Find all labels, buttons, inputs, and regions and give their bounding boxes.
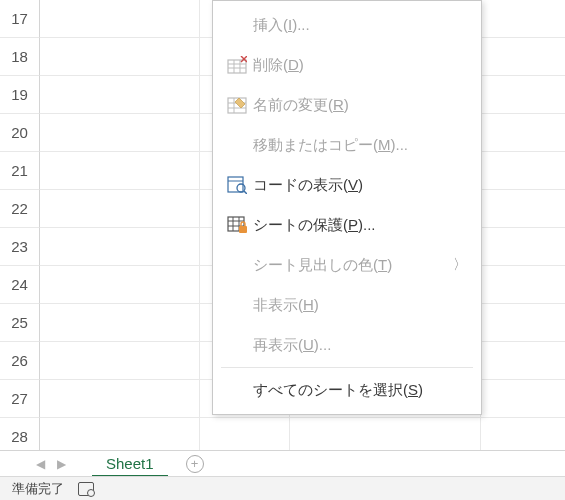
menu-unhide[interactable]: 再表示(U)... bbox=[213, 325, 481, 365]
prev-sheet-arrow[interactable]: ◀ bbox=[36, 457, 45, 471]
row-header[interactable]: 25 bbox=[0, 304, 40, 342]
menu-tab-color[interactable]: シート見出しの色(T) 〉 bbox=[213, 245, 481, 285]
cell[interactable] bbox=[40, 342, 200, 380]
sheet-tab-active[interactable]: Sheet1 bbox=[92, 452, 168, 477]
svg-line-14 bbox=[244, 191, 247, 194]
svg-rect-20 bbox=[239, 226, 247, 233]
cell[interactable] bbox=[481, 266, 565, 304]
status-bar: 準備完了 bbox=[0, 476, 565, 500]
row-header[interactable]: 24 bbox=[0, 266, 40, 304]
sheet-context-menu: 挿入(I)... 削除(D) 名前の変更(R) 移動またはコピー(M)... コ… bbox=[212, 0, 482, 415]
next-sheet-arrow[interactable]: ▶ bbox=[57, 457, 66, 471]
svg-rect-0 bbox=[228, 60, 246, 73]
protect-icon bbox=[221, 216, 253, 234]
menu-label: すべてのシートを選択(S) bbox=[253, 381, 467, 400]
menu-label: 削除(D) bbox=[253, 56, 467, 75]
menu-label: シート見出しの色(T) bbox=[253, 256, 453, 275]
cell[interactable] bbox=[481, 342, 565, 380]
menu-delete[interactable]: 削除(D) bbox=[213, 45, 481, 85]
menu-view-code[interactable]: コードの表示(V) bbox=[213, 165, 481, 205]
menu-move-copy[interactable]: 移動またはコピー(M)... bbox=[213, 125, 481, 165]
cell[interactable] bbox=[40, 304, 200, 342]
row-header[interactable]: 27 bbox=[0, 380, 40, 418]
cell[interactable] bbox=[481, 114, 565, 152]
svg-point-13 bbox=[237, 184, 245, 192]
macro-record-icon[interactable] bbox=[78, 482, 94, 496]
menu-label: 名前の変更(R) bbox=[253, 96, 467, 115]
cell[interactable] bbox=[481, 304, 565, 342]
menu-hide[interactable]: 非表示(H) bbox=[213, 285, 481, 325]
cell[interactable] bbox=[481, 228, 565, 266]
cell[interactable] bbox=[481, 0, 565, 38]
delete-icon bbox=[221, 56, 253, 74]
row-header[interactable]: 21 bbox=[0, 152, 40, 190]
row-header[interactable]: 23 bbox=[0, 228, 40, 266]
cell[interactable] bbox=[40, 114, 200, 152]
menu-label: 移動またはコピー(M)... bbox=[253, 136, 467, 155]
cell[interactable] bbox=[40, 380, 200, 418]
cell[interactable] bbox=[40, 76, 200, 114]
view-code-icon bbox=[221, 176, 253, 194]
chevron-right-icon: 〉 bbox=[453, 256, 467, 274]
cell[interactable] bbox=[481, 152, 565, 190]
menu-label: 再表示(U)... bbox=[253, 336, 467, 355]
row-header[interactable]: 17 bbox=[0, 0, 40, 38]
row-header[interactable]: 19 bbox=[0, 76, 40, 114]
menu-label: 非表示(H) bbox=[253, 296, 467, 315]
row-header[interactable]: 20 bbox=[0, 114, 40, 152]
cell[interactable] bbox=[40, 228, 200, 266]
menu-separator bbox=[221, 367, 473, 368]
menu-label: 挿入(I)... bbox=[253, 16, 467, 35]
cell[interactable] bbox=[481, 380, 565, 418]
add-sheet-button[interactable]: + bbox=[186, 455, 204, 473]
cell[interactable] bbox=[40, 0, 200, 38]
cell[interactable] bbox=[40, 190, 200, 228]
menu-insert[interactable]: 挿入(I)... bbox=[213, 5, 481, 45]
menu-select-all-sheets[interactable]: すべてのシートを選択(S) bbox=[213, 370, 481, 410]
row-header[interactable]: 22 bbox=[0, 190, 40, 228]
cell[interactable] bbox=[40, 266, 200, 304]
sheet-tab-bar: ◀ ▶ Sheet1 + bbox=[0, 450, 565, 476]
cell[interactable] bbox=[481, 76, 565, 114]
menu-protect-sheet[interactable]: シートの保護(P)... bbox=[213, 205, 481, 245]
menu-label: コードの表示(V) bbox=[253, 176, 467, 195]
rename-icon bbox=[221, 96, 253, 114]
cell[interactable] bbox=[40, 152, 200, 190]
row-header[interactable]: 18 bbox=[0, 38, 40, 76]
menu-label: シートの保護(P)... bbox=[253, 216, 467, 235]
cell[interactable] bbox=[40, 38, 200, 76]
cell[interactable] bbox=[481, 38, 565, 76]
menu-rename[interactable]: 名前の変更(R) bbox=[213, 85, 481, 125]
cell[interactable] bbox=[481, 190, 565, 228]
status-text: 準備完了 bbox=[12, 480, 64, 498]
row-header[interactable]: 26 bbox=[0, 342, 40, 380]
